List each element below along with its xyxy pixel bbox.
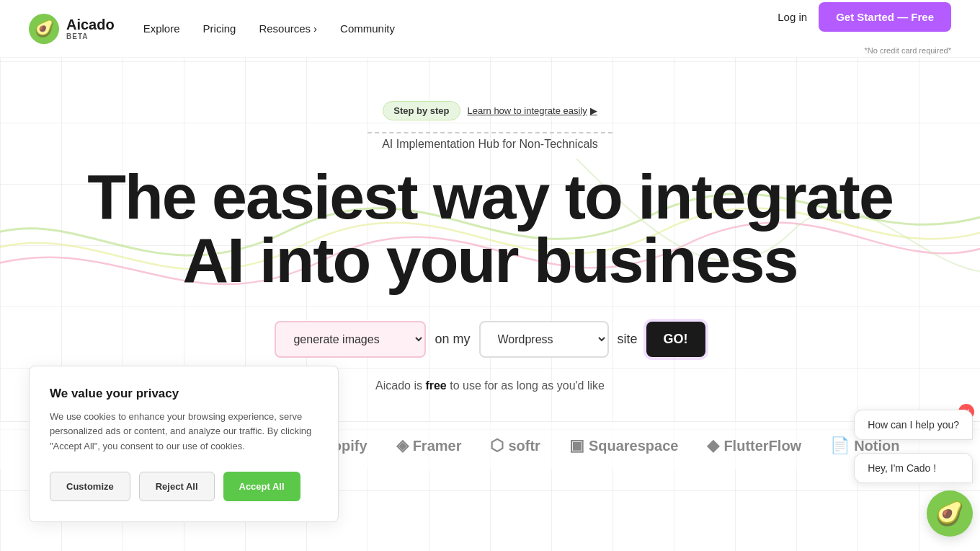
nav-right-row: Log in Get Started — Free <box>778 2 951 32</box>
get-started-button[interactable]: Get Started — Free <box>819 2 951 32</box>
chat-bubbles: ✕ How can I help you? Hey, I'm Cado ! <box>854 410 973 483</box>
partner-softr: ⬡ softr <box>490 436 540 455</box>
logo-name: Aicado <box>66 17 115 32</box>
hero-title-line2: AI into your business <box>183 224 798 296</box>
chat-widget: ✕ How can I help you? Hey, I'm Cado ! 🥑 <box>854 410 973 537</box>
logo-text-block: Aicado BETA <box>66 17 115 40</box>
logo-beta: BETA <box>66 32 115 40</box>
nav-resources[interactable]: Resources › <box>259 22 317 35</box>
logo-link[interactable]: 🥑 Aicado BETA <box>29 14 115 44</box>
chat-bubble-1: How can I help you? <box>854 410 973 440</box>
logo-avatar: 🥑 <box>29 14 59 44</box>
connector-text: on my <box>435 332 470 347</box>
nav-links: Explore Pricing Resources › Community <box>143 22 395 35</box>
notion-icon: 📄 <box>830 436 850 455</box>
chat-bubble-2: Hey, I'm Cado ! <box>854 453 973 483</box>
flutterflow-icon: ◆ <box>707 436 719 455</box>
cookie-banner: We value your privacy We use cookies to … <box>29 366 339 522</box>
nav-pricing[interactable]: Pricing <box>203 22 236 35</box>
step-divider <box>368 132 612 133</box>
cookie-accept-button[interactable]: Accept All <box>223 472 300 501</box>
navigation: 🥑 Aicado BETA Explore Pricing Resources … <box>0 0 980 58</box>
cookie-reject-button[interactable]: Reject All <box>139 472 215 501</box>
nav-left: 🥑 Aicado BETA Explore Pricing Resources … <box>29 14 395 44</box>
interactive-demo-row: generate images build chatbot automate t… <box>275 321 705 358</box>
platform-select[interactable]: Wordpress Shopify Bubble Framer Webflow <box>479 321 609 358</box>
squarespace-icon: ▣ <box>569 436 584 455</box>
chevron-down-icon: › <box>313 22 317 35</box>
hero-title-line1: The easiest way to integrate <box>87 161 893 232</box>
no-credit-card-text: *No credit card required* <box>865 46 951 55</box>
framer-icon: ◈ <box>396 436 409 455</box>
free-text: Aicado is free to use for as long as you… <box>375 379 605 392</box>
cookie-customize-button[interactable]: Customize <box>50 472 130 501</box>
cookie-buttons: Customize Reject All Accept All <box>50 472 318 501</box>
step-badge: Step by step Learn how to integrate easi… <box>383 101 597 120</box>
action-select[interactable]: generate images build chatbot automate t… <box>275 321 426 358</box>
arrow-icon: ▶ <box>590 105 597 116</box>
hero-title: The easiest way to integrate AI into you… <box>87 165 893 292</box>
nav-community[interactable]: Community <box>340 22 395 35</box>
login-button[interactable]: Log in <box>778 11 807 23</box>
hero-subtitle: AI Implementation Hub for Non-Technicals <box>382 138 598 151</box>
go-button[interactable]: GO! <box>646 322 705 357</box>
step-link[interactable]: Learn how to integrate easily ▶ <box>468 105 597 116</box>
cookie-text: We use cookies to enhance your browsing … <box>50 410 318 454</box>
step-pill: Step by step <box>383 101 460 120</box>
nav-explore[interactable]: Explore <box>143 22 180 35</box>
partner-squarespace: ▣ Squarespace <box>569 436 679 455</box>
partner-flutterflow: ◆ FlutterFlow <box>707 436 801 455</box>
cookie-title: We value your privacy <box>50 387 318 401</box>
partner-framer: ◈ Framer <box>396 436 462 455</box>
softr-icon: ⬡ <box>490 436 504 455</box>
nav-right: Log in Get Started — Free *No credit car… <box>778 2 951 55</box>
chat-avatar[interactable]: 🥑 <box>927 490 973 537</box>
site-label: site <box>618 332 638 347</box>
